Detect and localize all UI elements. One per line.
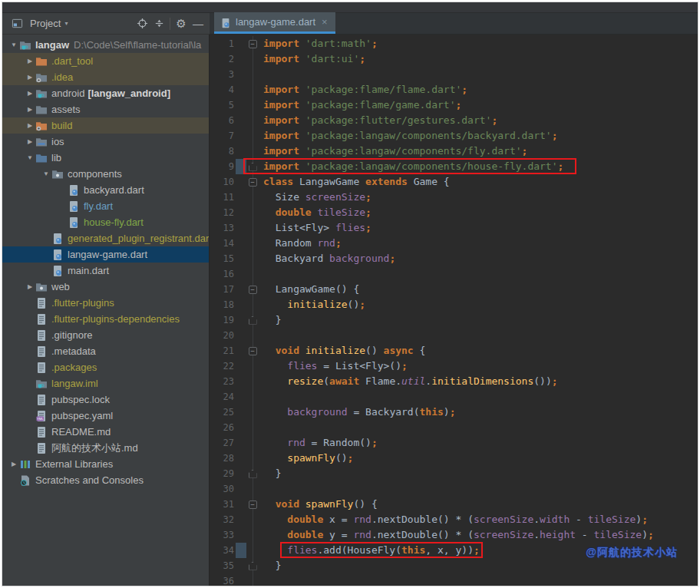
fold-start-icon[interactable]: − — [246, 36, 259, 51]
chevron-right-icon[interactable]: ▶ — [25, 90, 35, 97]
fold-end-icon[interactable] — [246, 558, 259, 573]
tree-item-langaw.iml[interactable]: langaw.iml — [2, 375, 209, 391]
tab-label[interactable]: langaw-game.dart — [236, 16, 315, 28]
code-line-10[interactable]: 10−class LangawGame extends Game { — [210, 174, 698, 190]
line-number: 17 — [210, 282, 236, 297]
tree-item-ios[interactable]: ▶ios — [2, 134, 209, 150]
code-line-24[interactable]: 24 — [210, 389, 698, 405]
tree-item-label: lib — [51, 152, 61, 164]
code-text: void initialize() async { — [259, 343, 425, 358]
tree-item-fly.dart[interactable]: fly.dart — [2, 198, 209, 214]
code-line-31[interactable]: 31− void spawnFly() { — [210, 497, 698, 512]
chevron-down-icon[interactable]: ▼ — [8, 41, 19, 48]
tree-item-langaw-game.dart[interactable]: langaw-game.dart — [2, 246, 209, 263]
tree-item-pubspec.yaml[interactable]: YMLpubspec.yaml — [2, 408, 209, 424]
chevron-down-icon[interactable]: ▼ — [41, 170, 51, 177]
tree-item-build[interactable]: ▶build — [2, 117, 209, 134]
chevron-right-icon[interactable]: ▶ — [25, 283, 35, 290]
tree-item-assets[interactable]: ▶assets — [2, 101, 209, 117]
tree-item-pubspec.lock[interactable]: pubspec.lock — [2, 391, 209, 408]
chevron-right-icon[interactable]: ▶ — [25, 138, 35, 145]
tree-item-web[interactable]: ▶web — [2, 279, 209, 295]
code-line-11[interactable]: 11 Size screenSize; — [210, 190, 698, 205]
chevron-right-icon[interactable]: ▶ — [25, 58, 35, 64]
tree-item-.metadata[interactable]: .metadata — [2, 343, 209, 359]
code-text — [259, 389, 263, 405]
collapse-all-icon[interactable] — [150, 15, 167, 32]
code-line-32[interactable]: 32 double x = rnd.nextDouble() * (screen… — [210, 512, 698, 527]
dart-file-icon — [51, 233, 64, 245]
fold-column — [246, 205, 259, 220]
close-icon[interactable]: × — [322, 16, 328, 28]
code-line-19[interactable]: 19 } — [210, 312, 698, 328]
code-line-8[interactable]: 8import 'package:langaw/components/fly.d… — [210, 144, 698, 159]
tree-item-langaw[interactable]: ▼langawD:\Code\Self\flame-tutorial\la — [2, 37, 209, 53]
code-line-7[interactable]: 7import 'package:langaw/components/backy… — [210, 128, 698, 144]
fold-end-icon[interactable] — [246, 466, 259, 481]
settings-gear-icon[interactable]: ⚙ — [173, 15, 190, 32]
chevron-right-icon[interactable]: ▶ — [25, 74, 35, 81]
fold-start-icon[interactable]: − — [246, 497, 259, 512]
code-line-30[interactable]: 30 — [210, 481, 698, 497]
code-line-28[interactable]: 28 spawnFly(); — [210, 451, 698, 466]
chevron-right-icon[interactable]: ▶ — [25, 106, 35, 113]
locate-icon[interactable] — [134, 15, 150, 32]
tree-item-.gitignore[interactable]: .gitignore — [2, 327, 209, 343]
tree-item-.idea[interactable]: ▶.idea — [2, 69, 209, 85]
code-line-25[interactable]: 25 background = Backyard(this); — [210, 405, 698, 420]
tree-item-android[interactable]: ▶android[langaw_android] — [2, 85, 209, 101]
tree-item-components[interactable]: ▼components — [2, 166, 209, 182]
tree-item-External-Libraries[interactable]: ▶External Libraries — [2, 456, 209, 472]
code-line-27[interactable]: 27 rnd = Random(); — [210, 435, 698, 451]
tree-item-.dart_tool[interactable]: ▶.dart_tool — [2, 53, 209, 69]
code-line-21[interactable]: 21− void initialize() async { — [210, 343, 698, 358]
code-editor[interactable]: @阿航的技术小站 1−import 'dart:math';2import 'd… — [210, 35, 698, 586]
tree-item-lib[interactable]: ▼lib — [2, 150, 209, 166]
code-line-3[interactable]: 3 — [210, 67, 698, 82]
code-line-9[interactable]: 9import 'package:langaw/components/house… — [210, 159, 698, 174]
code-line-4[interactable]: 4import 'package:flame/flame.dart'; — [210, 82, 698, 97]
tree-item-generated_plugin_registrant.dart[interactable]: generated_plugin_registrant.dart — [2, 230, 209, 246]
code-line-22[interactable]: 22 flies = List<Fly>(); — [210, 358, 698, 374]
tree-item-backyard.dart[interactable]: backyard.dart — [2, 182, 209, 198]
chevron-right-icon[interactable]: ▶ — [25, 122, 35, 129]
tree-item-main.dart[interactable]: main.dart — [2, 263, 209, 279]
code-line-14[interactable]: 14 Random rnd; — [210, 236, 698, 251]
project-panel-header[interactable]: Project ▾ ⚙ — — [2, 13, 210, 35]
code-line-1[interactable]: 1−import 'dart:math'; — [210, 36, 698, 51]
fold-start-icon[interactable]: − — [246, 343, 259, 358]
tree-item-house-fly.dart[interactable]: house-fly.dart — [2, 214, 209, 230]
code-line-20[interactable]: 20 — [210, 328, 698, 343]
fold-start-icon[interactable]: − — [246, 174, 259, 190]
tab-langaw-game-dart[interactable]: langaw-game.dart × — [214, 12, 335, 34]
tree-item-Scratches-and-Consoles[interactable]: Scratches and Consoles — [2, 472, 209, 488]
tree-item-.packages[interactable]: .packages — [2, 359, 209, 375]
hide-panel-icon[interactable]: — — [190, 15, 206, 32]
tree-item-.flutter-plugins[interactable]: .flutter-plugins — [2, 295, 209, 311]
code-line-2[interactable]: 2import 'dart:ui'; — [210, 51, 698, 67]
code-line-17[interactable]: 17− LangawGame() { — [210, 282, 698, 297]
panel-title[interactable]: Project — [30, 18, 61, 29]
code-line-13[interactable]: 13 List<Fly> flies; — [210, 220, 698, 236]
tree-item-阿航的技术小站.md[interactable]: 阿航的技术小站.md — [2, 440, 209, 456]
code-line-26[interactable]: 26 — [210, 420, 698, 435]
code-line-5[interactable]: 5import 'package:flame/game.dart'; — [210, 97, 698, 113]
chevron-down-icon[interactable]: ▾ — [64, 20, 68, 27]
dart-file-icon — [220, 17, 231, 28]
tree-item-.flutter-plugins-dependencies[interactable]: .flutter-plugins-dependencies — [2, 311, 209, 327]
code-line-12[interactable]: 12 double tileSize; — [210, 205, 698, 220]
code-line-35[interactable]: 35 } — [210, 558, 698, 573]
code-line-36[interactable]: 36 — [210, 573, 698, 586]
code-line-33[interactable]: 33 double y = rnd.nextDouble() * (screen… — [210, 527, 698, 543]
code-line-6[interactable]: 6import 'package:flutter/gestures.dart'; — [210, 113, 698, 128]
fold-end-icon[interactable] — [246, 312, 259, 328]
chevron-right-icon[interactable]: ▶ — [8, 461, 19, 467]
tree-item-README.md[interactable]: README.md — [2, 424, 209, 440]
fold-start-icon[interactable]: − — [246, 282, 259, 297]
chevron-down-icon[interactable]: ▼ — [25, 154, 35, 161]
code-line-23[interactable]: 23 resize(await Flame.util.initialDimens… — [210, 374, 698, 389]
code-line-18[interactable]: 18 initialize(); — [210, 297, 698, 312]
code-line-15[interactable]: 15 Backyard background; — [210, 251, 698, 266]
code-line-29[interactable]: 29 } — [210, 466, 698, 481]
code-line-16[interactable]: 16 — [210, 266, 698, 282]
